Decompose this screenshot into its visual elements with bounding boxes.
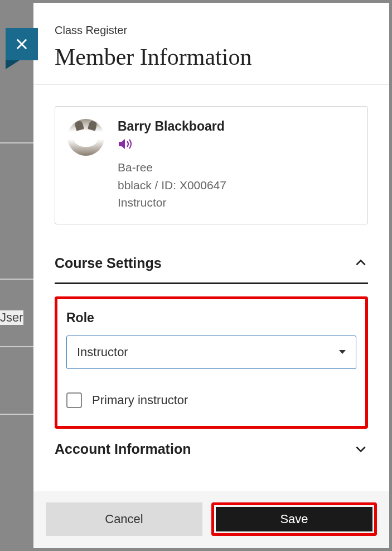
caret-down-icon (339, 350, 346, 354)
role-select-value: Instructor (77, 345, 128, 360)
primary-instructor-checkbox[interactable] (66, 392, 82, 408)
member-info-panel: Class Register Member Information Barry … (33, 3, 389, 548)
panel-header: Class Register Member Information (33, 3, 389, 85)
member-card: Barry Blackboard Ba-ree bblack / ID: X00… (55, 106, 368, 224)
background-divider (0, 414, 33, 415)
course-settings-title: Course Settings (55, 255, 162, 271)
background-partial-text: Jser (0, 310, 23, 325)
member-name: Barry Blackboard (118, 119, 355, 134)
background-divider (0, 346, 33, 347)
page-title: Member Information (55, 44, 368, 70)
background-divider (0, 279, 33, 280)
avatar (67, 119, 104, 156)
save-button[interactable]: Save (216, 507, 372, 531)
role-highlight-box: Role Instructor Primary instructor (55, 296, 368, 429)
course-settings-header[interactable]: Course Settings (55, 255, 368, 284)
primary-instructor-label: Primary instructor (92, 393, 188, 408)
member-info-block: Barry Blackboard Ba-ree bblack / ID: X00… (118, 119, 355, 212)
audio-pronunciation-icon[interactable] (118, 138, 355, 152)
chevron-down-icon (354, 442, 368, 456)
close-icon (14, 36, 30, 52)
account-information-header[interactable]: Account Information (55, 441, 368, 468)
primary-instructor-row: Primary instructor (66, 392, 356, 408)
role-field-label: Role (66, 310, 356, 325)
account-information-title: Account Information (55, 441, 191, 457)
breadcrumb: Class Register (55, 24, 368, 37)
chevron-up-icon (354, 256, 368, 270)
background-divider (0, 142, 33, 143)
role-select[interactable]: Instructor (66, 336, 356, 369)
close-button[interactable] (6, 28, 38, 60)
cancel-button[interactable]: Cancel (46, 502, 202, 536)
member-pronunciation: Ba-ree (118, 159, 355, 176)
panel-body: Barry Blackboard Ba-ree bblack / ID: X00… (33, 85, 389, 491)
save-highlight-box: Save (211, 502, 377, 536)
member-username-id: bblack / ID: X000647 (118, 176, 355, 194)
member-role: Instructor (118, 194, 355, 212)
panel-footer: Cancel Save (33, 491, 389, 548)
